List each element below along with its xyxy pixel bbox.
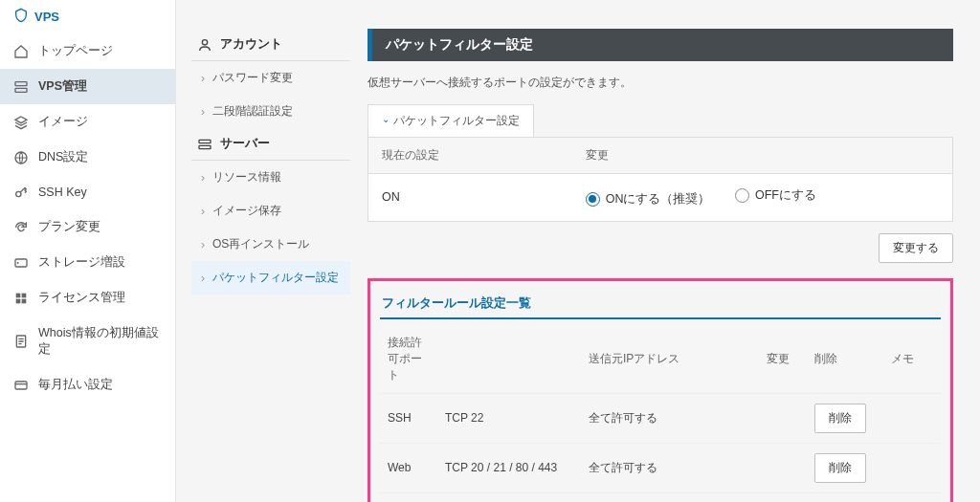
subnav-item-2fa[interactable]: 二段階認証設定	[191, 95, 350, 128]
subnav-item-label: 二段階認証設定	[212, 103, 293, 120]
sub-nav: アカウント パスワード変更 二段階認証設定 サーバー リソース情報 イメージ保存…	[176, 0, 358, 502]
subnav-head-label: アカウント	[220, 36, 282, 53]
radio-dot-icon	[735, 188, 749, 203]
sidebar-item-label: トップページ	[38, 43, 113, 59]
grid-icon	[13, 291, 29, 306]
sidebar-item-label: ライセンス管理	[38, 290, 125, 306]
svg-rect-6	[16, 293, 21, 297]
svg-rect-8	[16, 298, 21, 303]
rule-name: Web	[380, 443, 437, 492]
home-icon	[13, 44, 29, 59]
subnav-head-label: サーバー	[220, 136, 270, 152]
delete-button[interactable]: 削除	[814, 404, 866, 433]
subnav-item-label: OS再インストール	[212, 236, 309, 252]
subnav-item-image-save[interactable]: イメージ保存	[191, 194, 350, 228]
refresh-icon	[13, 220, 29, 235]
col-header-change: 変更	[572, 138, 952, 173]
svg-rect-13	[199, 140, 211, 142]
setting-panel: 現在の設定 変更 ON ONにする（推奨） OFFにする	[368, 137, 953, 222]
subnav-item-packet-filter[interactable]: パケットフィルター設定	[191, 261, 350, 295]
sidebar-item-label: Whois情報の初期値設定	[38, 325, 162, 358]
sidebar-item-top[interactable]: トップページ	[0, 33, 175, 69]
th-port-name: 接続許可ポート	[380, 325, 437, 394]
sidebar-item-whois[interactable]: Whois情報の初期値設定	[0, 316, 175, 367]
tab-label: パケットフィルター設定	[393, 113, 520, 129]
filter-rule-table: 接続許可ポート 送信元IPアドレス 変更 削除 メモ SSH TCP 22 全て…	[380, 325, 941, 493]
sidebar-item-vps[interactable]: VPS管理	[0, 69, 175, 104]
svg-point-12	[202, 39, 207, 44]
sidebar-item-label: ストレージ増設	[38, 254, 125, 271]
card-icon	[13, 378, 29, 393]
th-change: 変更	[759, 325, 807, 394]
user-icon	[197, 37, 212, 53]
table-row: Web TCP 20 / 21 / 80 / 443 全て許可する 削除	[380, 443, 941, 492]
svg-rect-9	[22, 298, 27, 303]
tab-bar: パケットフィルター設定	[368, 104, 953, 137]
filter-rule-title: フィルタールール設定一覧	[380, 291, 941, 319]
rule-name: SSH	[380, 393, 437, 443]
server-icon	[13, 79, 29, 95]
change-button[interactable]: 変更する	[879, 233, 953, 263]
svg-point-3	[16, 191, 21, 196]
svg-rect-11	[15, 382, 27, 389]
subnav-item-resource[interactable]: リソース情報	[191, 161, 350, 194]
sidebar-item-label: イメージ	[38, 114, 88, 130]
key-icon	[13, 185, 29, 200]
rule-source: 全て許可する	[581, 393, 759, 443]
rule-source: 全て許可する	[581, 443, 759, 492]
storage-icon	[13, 255, 29, 271]
th-memo: メモ	[883, 325, 941, 394]
sidebar-item-storage[interactable]: ストレージ増設	[0, 245, 175, 280]
sidebar-item-dns[interactable]: DNS設定	[0, 140, 175, 175]
svg-rect-0	[15, 81, 27, 85]
sidebar-item-label: プラン変更	[38, 219, 100, 235]
layers-icon	[13, 115, 29, 130]
delete-button[interactable]: 削除	[814, 453, 866, 483]
subnav-head-server: サーバー	[191, 128, 350, 161]
subnav-item-label: イメージ保存	[212, 203, 281, 219]
page-description: 仮想サーバーへ接続するポートの設定ができます。	[368, 75, 953, 91]
brand-logo: VPS	[0, 4, 175, 33]
svg-rect-7	[22, 293, 27, 297]
doc-icon	[13, 334, 29, 349]
filter-rule-box: フィルタールール設定一覧 接続許可ポート 送信元IPアドレス 変更 削除 メモ …	[368, 278, 953, 503]
server2-icon	[197, 137, 212, 152]
svg-point-5	[17, 262, 19, 264]
sidebar-item-monthly[interactable]: 毎月払い設定	[0, 367, 175, 403]
radio-off[interactable]: OFFにする	[735, 187, 816, 204]
th-port-val	[437, 325, 581, 394]
globe-icon	[13, 150, 29, 165]
subnav-item-label: リソース情報	[212, 169, 281, 186]
subnav-item-label: パスワード変更	[212, 70, 293, 86]
col-header-current: 現在の設定	[368, 138, 572, 173]
sidebar-item-label: DNS設定	[38, 149, 88, 165]
radio-label: OFFにする	[755, 187, 816, 204]
current-value: ON	[368, 177, 572, 217]
page-title: パケットフィルター設定	[368, 29, 953, 61]
th-delete: 削除	[807, 325, 883, 394]
sidebar-item-sshkey[interactable]: SSH Key	[0, 175, 175, 209]
table-row: SSH TCP 22 全て許可する 削除	[380, 393, 941, 443]
subnav-head-account: アカウント	[191, 29, 350, 61]
rule-port: TCP 22	[437, 393, 581, 443]
main-content: パケットフィルター設定 仮想サーバーへ接続するポートの設定ができます。 パケット…	[358, 0, 980, 502]
svg-rect-1	[15, 88, 27, 92]
brand-text: VPS	[34, 10, 59, 24]
radio-label: ONにする（推奨）	[606, 191, 711, 207]
radio-dot-icon	[586, 192, 600, 207]
tab-packet-filter[interactable]: パケットフィルター設定	[368, 104, 534, 137]
radio-on[interactable]: ONにする（推奨）	[586, 191, 711, 207]
sidebar-item-label: SSH Key	[38, 186, 87, 199]
subnav-item-label: パケットフィルター設定	[212, 270, 339, 286]
global-sidebar: VPS トップページ VPS管理 イメージ DNS設定 SSH Key プラン変…	[0, 0, 176, 502]
logo-icon	[13, 8, 29, 26]
subnav-item-password[interactable]: パスワード変更	[191, 61, 350, 95]
sidebar-item-license[interactable]: ライセンス管理	[0, 280, 175, 316]
sidebar-item-label: 毎月払い設定	[38, 377, 113, 393]
rule-port: TCP 20 / 21 / 80 / 443	[437, 443, 581, 492]
sidebar-item-plan[interactable]: プラン変更	[0, 209, 175, 245]
svg-rect-14	[199, 145, 211, 148]
sidebar-item-image[interactable]: イメージ	[0, 104, 175, 140]
sidebar-item-label: VPS管理	[38, 78, 87, 95]
subnav-item-os-reinstall[interactable]: OS再インストール	[191, 228, 350, 261]
